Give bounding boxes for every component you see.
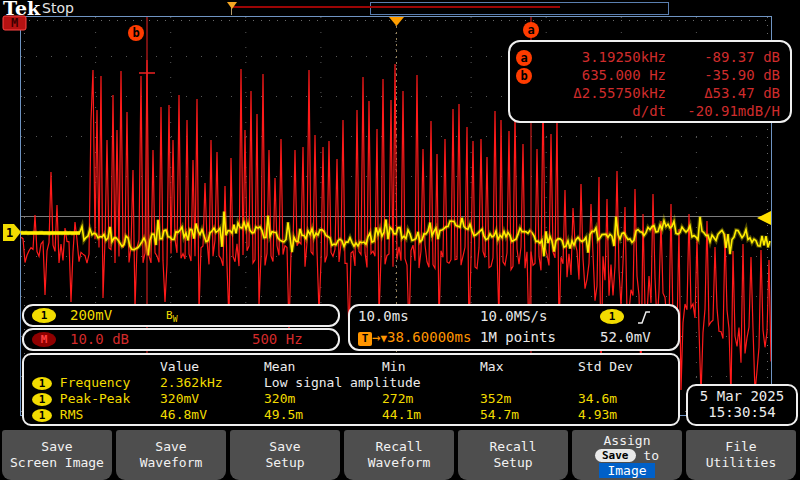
trigger-level-value: 52.0mV [600,329,651,345]
meas-mean: 320m [264,390,382,406]
record-view-window [370,2,669,15]
meas-ch-badge: 1 [32,377,52,390]
meas-name: RMS [60,407,83,422]
meas-std: 4.93m [578,406,668,422]
save-setup-button[interactable]: SaveSetup [230,430,340,480]
meas-value: 46.8mV [160,406,264,422]
acquisition-state: Stop [42,0,74,16]
cursor-dvdt-label: d/dt [538,103,666,119]
trigger-source-badge: 1 [600,309,624,324]
ch1-badge: 1 [32,308,56,323]
ch1-marker-label: 1 [6,226,13,240]
cursor-delta-amplitude: Δ53.47 dB [666,85,780,101]
save-waveform-button[interactable]: SaveWaveform [116,430,226,480]
bottom-menu-bar: SaveScreen Image SaveWaveform SaveSetup … [0,430,800,480]
time-label: 15:30:54 [688,404,796,420]
cursor-dvdt-value: -20.91mdB/H [666,103,780,119]
measurement-row-peak-peak: 1 Peak-Peak 320mV 320m 272m 352m 34.6m [32,390,668,406]
tek-logo: Tek [3,0,40,19]
meas-ch-badge: 1 [32,393,52,406]
recall-setup-button[interactable]: RecallSetup [458,430,568,480]
header-max: Max [480,358,578,374]
trigger-position-readout: T→▼38.60000ms [358,329,471,346]
record-trigger-position-icon [227,2,237,9]
cursor-a-badge[interactable]: a [523,22,539,38]
cursor-delta-row: Δ2.55750kHz Δ53.47 dB [516,84,780,102]
datetime-box: 5 Mar 2025 15:30:54 [686,384,798,426]
meas-min: 44.1m [382,406,480,422]
assign-target-highlight: Image [599,463,654,478]
meas-status-message: Low signal amplitude [264,374,668,390]
measurement-row-rms: 1 RMS 46.8mV 49.5m 44.1m 54.7m 4.93m [32,406,668,422]
meas-min: 272m [382,390,480,406]
meas-ch-badge: 1 [32,409,52,422]
oscilloscope-screen: M 1 Tek Stop b a a 3.19250kHz -89.37 dB … [0,0,800,480]
trigger-level-arrow-icon[interactable] [757,211,771,225]
meas-name: Frequency [60,375,130,390]
cursor-b-row: b 635.000 Hz -35.90 dB [516,66,780,84]
meas-std: 34.6m [578,390,668,406]
cursor-a-row: a 3.19250kHz -89.37 dB [516,48,780,66]
cursor-b-row-badge: b [516,68,532,84]
cursor-delta-frequency: Δ2.55750kHz [538,85,666,101]
cursor-readout-box: a 3.19250kHz -89.37 dB b 635.000 Hz -35.… [508,40,792,123]
cursor-a-amplitude: -89.37 dB [666,49,780,65]
date-label: 5 Mar 2025 [688,388,796,404]
assign-save-button[interactable]: Assign Save to Image [572,430,682,480]
meas-name: Peak-Peak [60,391,130,406]
recall-waveform-button[interactable]: RecallWaveform [344,430,454,480]
math-badge: M [32,332,56,347]
cursor-a-frequency: 3.19250kHz [538,49,666,65]
trigger-t-icon: T [358,332,372,346]
header-mean: Mean [264,358,382,374]
measurement-header-row: Value Mean Min Max Std Dev [32,358,668,374]
record-length: 1M points [480,329,556,345]
ch1-scale: 200mV [70,307,112,323]
cursor-b-frequency: 635.000 Hz [538,67,666,83]
sample-rate: 10.0MS/s [480,308,547,324]
header-min: Min [382,358,480,374]
bandwidth-limit-icon: BW [166,309,177,324]
header-stddev: Std Dev [578,358,668,374]
meas-mean: 49.5m [264,406,382,422]
math-frequency-per-div: 500 Hz [252,331,303,347]
header-value: Value [160,358,264,374]
trigger-slope-rising-icon [636,309,652,325]
cursor-dvdt-row: d/dt -20.91mdB/H [516,102,780,120]
horizontal-trigger-readout[interactable]: 10.0ms 10.0MS/s 1 T→▼38.60000ms 1M point… [348,304,680,351]
measurement-row-frequency: 1 Frequency 2.362kHz Low signal amplitud… [32,374,668,390]
trigger-position-value: 38.60000ms [387,329,471,345]
measurement-table: Value Mean Min Max Std Dev 1 Frequency 2… [22,353,680,426]
ch1-readout[interactable]: 1 200mV BW [22,304,340,327]
meas-max: 54.7m [480,406,578,422]
math-readout[interactable]: M 10.0 dB 500 Hz [22,328,340,351]
meas-value: 320mV [160,390,264,406]
time-per-div: 10.0ms [358,308,409,324]
meas-value: 2.362kHz [160,374,264,390]
file-utilities-button[interactable]: FileUtilities [686,430,796,480]
ch1-trace [20,212,770,257]
expansion-triangle-icon[interactable] [389,17,404,26]
record-view-math-extent [233,6,560,8]
save-screen-image-button[interactable]: SaveScreen Image [2,430,112,480]
math-scale: 10.0 dB [70,331,129,347]
cursor-b-amplitude: -35.90 dB [666,67,780,83]
save-key-icon: Save [595,449,636,462]
meas-max: 352m [480,390,578,406]
cursor-b-badge[interactable]: b [128,25,144,41]
ch1-position-marker[interactable]: 1 [3,224,21,241]
cursor-a-row-badge: a [516,50,532,66]
